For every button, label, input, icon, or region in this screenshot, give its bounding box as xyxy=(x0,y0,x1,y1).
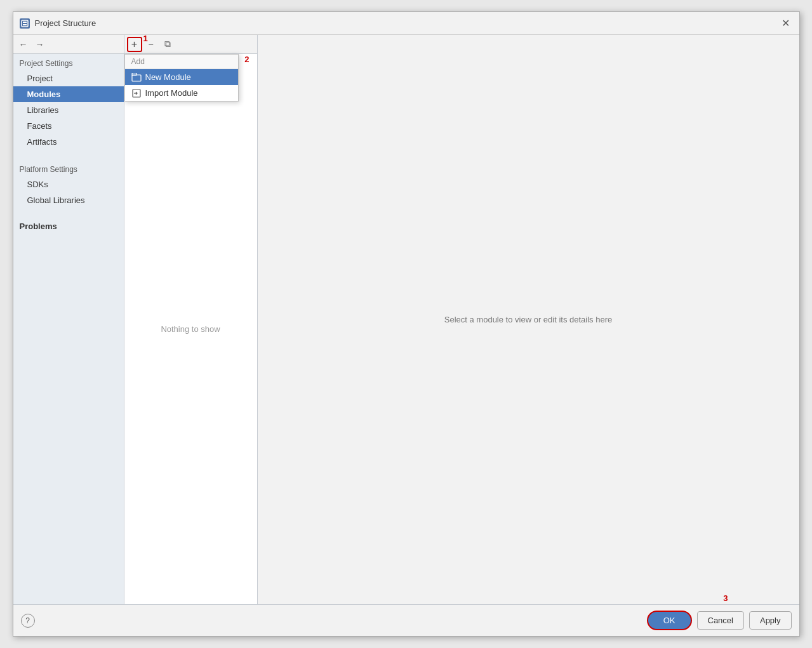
add-dropdown-menu: Add 2 New Module xyxy=(124,54,239,102)
new-module-label: New Module xyxy=(145,72,191,82)
detail-panel: Select a module to view or edit its deta… xyxy=(258,35,799,604)
sidebar-item-modules[interactable]: Modules xyxy=(13,86,124,102)
cancel-button[interactable]: Cancel xyxy=(697,611,744,630)
ok-button[interactable]: OK xyxy=(647,611,692,630)
step2-label: 2 xyxy=(244,55,249,64)
project-structure-dialog: Project Structure ✕ ← → Project Settings… xyxy=(13,11,800,637)
svg-rect-0 xyxy=(22,20,28,27)
main-content: 1 + − ⧉ Add 2 xyxy=(124,35,799,604)
dialog-footer: ? 3 OK Cancel Apply xyxy=(13,604,799,636)
import-module-label: Import Module xyxy=(145,88,198,98)
sidebar-item-libraries[interactable]: Libraries xyxy=(13,102,124,118)
import-icon xyxy=(131,89,142,98)
sidebar-item-sdks[interactable]: SDKs xyxy=(13,176,124,192)
new-module-menu-item[interactable]: 2 New Module xyxy=(125,69,238,85)
svg-rect-1 xyxy=(23,22,27,23)
close-button[interactable]: ✕ xyxy=(779,17,793,30)
step1-label: 1 xyxy=(143,35,148,43)
modules-panel: 1 + − ⧉ Add 2 xyxy=(124,35,799,604)
title-bar: Project Structure ✕ xyxy=(13,12,799,35)
project-settings-label: Project Settings xyxy=(13,54,124,70)
apply-button[interactable]: Apply xyxy=(749,611,792,630)
forward-button[interactable]: → xyxy=(32,37,48,52)
dialog-title: Project Structure xyxy=(35,18,779,28)
nav-bar: ← → xyxy=(13,35,124,54)
detail-hint-text: Select a module to view or edit its deta… xyxy=(444,315,612,324)
import-module-menu-item[interactable]: Import Module xyxy=(125,85,238,101)
empty-list-message: Nothing to show xyxy=(124,54,257,604)
footer-actions: OK Cancel Apply xyxy=(647,611,792,630)
sidebar-item-global-libraries[interactable]: Global Libraries xyxy=(13,192,124,208)
help-button[interactable]: ? xyxy=(21,614,35,628)
dropdown-header: Add xyxy=(125,55,238,69)
sidebar-item-artifacts[interactable]: Artifacts xyxy=(13,134,124,150)
sidebar-item-project[interactable]: Project xyxy=(13,70,124,86)
sidebar-item-facets[interactable]: Facets xyxy=(13,118,124,134)
module-icon xyxy=(131,73,142,82)
svg-rect-4 xyxy=(132,73,136,76)
add-module-button[interactable]: + xyxy=(127,37,142,52)
copy-module-button[interactable]: ⧉ xyxy=(160,37,175,52)
step3-label: 3 xyxy=(723,593,728,603)
svg-rect-2 xyxy=(23,24,27,25)
sidebar-item-problems[interactable]: Problems xyxy=(13,218,124,234)
app-icon xyxy=(20,18,30,29)
back-button[interactable]: ← xyxy=(16,37,31,52)
sidebar: ← → Project Settings Project Modules Lib… xyxy=(13,35,124,604)
modules-list-panel: 1 + − ⧉ Add 2 xyxy=(124,35,258,604)
platform-settings-label: Platform Settings xyxy=(13,160,124,176)
dialog-body: ← → Project Settings Project Modules Lib… xyxy=(13,35,799,604)
